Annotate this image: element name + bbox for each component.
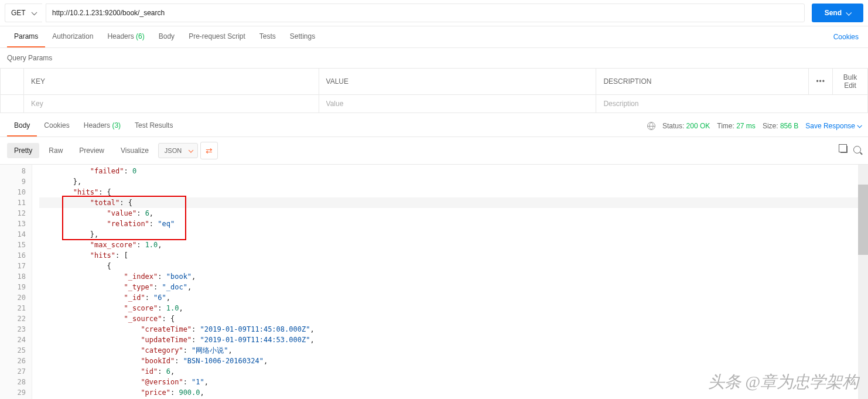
response-view-bar: Pretty Raw Preview Visualize JSON ⇄ xyxy=(0,137,868,164)
code-lines[interactable]: "failed": 0 }, "hits": { "total": { "val… xyxy=(32,165,868,399)
url-input[interactable] xyxy=(46,4,805,22)
param-desc-input[interactable] xyxy=(603,100,860,108)
globe-icon[interactable] xyxy=(647,122,655,130)
scroll-thumb[interactable] xyxy=(858,185,868,255)
tab-settings[interactable]: Settings xyxy=(283,26,322,47)
resp-tab-tests[interactable]: Test Results xyxy=(128,115,180,137)
view-raw[interactable]: Raw xyxy=(42,143,70,158)
copy-icon[interactable] xyxy=(840,146,848,155)
view-pretty[interactable]: Pretty xyxy=(7,143,39,158)
request-bar: GET Send xyxy=(0,0,868,26)
response-body-viewer: 8910111213141516171819202122232425262728… xyxy=(0,164,868,399)
format-select[interactable]: JSON xyxy=(158,143,198,158)
http-method-select[interactable]: GET xyxy=(5,4,42,22)
send-button[interactable]: Send xyxy=(812,4,863,22)
dots-icon: ••• xyxy=(816,77,825,86)
tab-body[interactable]: Body xyxy=(152,26,182,47)
col-more[interactable]: ••• xyxy=(809,69,833,95)
request-tabs: Params Authorization Headers (6) Body Pr… xyxy=(0,26,868,48)
tab-params[interactable]: Params xyxy=(7,26,45,47)
search-icon[interactable] xyxy=(853,146,861,155)
param-row xyxy=(1,95,868,113)
response-tabs: Body Cookies Headers (3) Test Results St… xyxy=(0,115,868,137)
method-select-wrap: GET xyxy=(5,4,42,22)
save-response-button[interactable]: Save Response xyxy=(805,122,861,130)
response-meta: Status: 200 OK Time: 27 ms Size: 856 B S… xyxy=(647,122,861,130)
query-params-label: Query Params xyxy=(0,48,868,68)
col-checkbox xyxy=(1,69,24,95)
line-gutter: 8910111213141516171819202122232425262728… xyxy=(0,165,32,399)
watermark: 头条 @章为忠学架构 xyxy=(708,371,859,393)
param-value-input[interactable] xyxy=(326,100,589,108)
col-description: DESCRIPTION xyxy=(596,69,809,95)
bulk-edit-button[interactable]: Bulk Edit xyxy=(833,69,868,95)
resp-tab-headers[interactable]: Headers (3) xyxy=(77,115,128,137)
scrollbar[interactable] xyxy=(858,165,868,399)
col-value: VALUE xyxy=(319,69,596,95)
resp-tab-body[interactable]: Body xyxy=(7,115,37,137)
tab-prerequest[interactable]: Pre-request Script xyxy=(182,26,252,47)
param-key-input[interactable] xyxy=(31,100,312,108)
resp-tab-cookies[interactable]: Cookies xyxy=(37,115,76,137)
view-preview[interactable]: Preview xyxy=(72,143,111,158)
cookies-link[interactable]: Cookies xyxy=(833,33,861,41)
tab-headers[interactable]: Headers (6) xyxy=(100,26,151,47)
params-table: KEY VALUE DESCRIPTION ••• Bulk Edit xyxy=(0,68,868,113)
view-visualize[interactable]: Visualize xyxy=(114,143,156,158)
tab-authorization[interactable]: Authorization xyxy=(45,26,100,47)
status-value: 200 OK xyxy=(686,122,710,130)
wrap-lines-icon[interactable]: ⇄ xyxy=(200,142,218,159)
time-value: 27 ms xyxy=(736,122,756,130)
size-value: 856 B xyxy=(780,122,798,130)
col-key: KEY xyxy=(24,69,319,95)
tab-tests[interactable]: Tests xyxy=(252,26,283,47)
